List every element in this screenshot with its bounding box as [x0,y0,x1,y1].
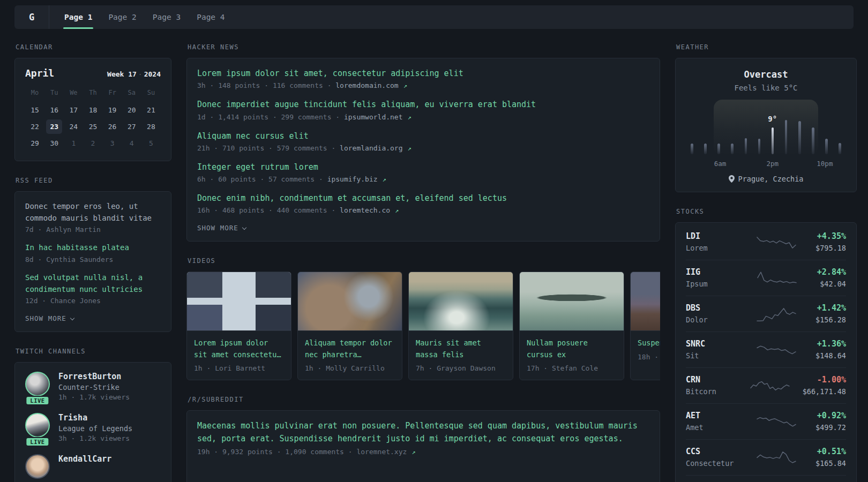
calendar-header: April Week 17·2024 [25,67,161,79]
channel-info: TrishaLeague of Legends3h · 1.2k viewers [58,413,132,442]
stock-id: IIGIpsum [686,267,737,288]
stock-id: DBSDolor [686,303,737,324]
external-link-icon: ↗ [404,145,411,152]
calendar-day[interactable]: 3 [103,135,122,152]
post-title[interactable]: Maecenas mollis pulvinar erat non posuer… [197,420,649,445]
stock-row[interactable]: IIGIpsum+2.84%$42.04 [686,260,846,296]
video-thumbnail [409,272,513,331]
video-meta: 17h · Stefan Cole [527,364,617,372]
tab-page-1[interactable]: Page 1 [57,5,100,29]
calendar-day-number: 3 [104,136,121,150]
app-logo[interactable]: G [14,5,49,29]
calendar-day[interactable]: 29 [25,135,44,152]
calendar-day[interactable]: 27 [122,118,141,135]
calendar-day-selected[interactable]: 23 [44,118,64,135]
video-card-body: Mauris sit amet massa felis7h · Grayson … [409,331,513,380]
chevron-down-icon [70,316,74,320]
feed-item-title[interactable]: Donec enim nibh, condimentum et accumsan… [197,192,649,205]
show-more-button[interactable]: SHOW MORE [197,224,649,232]
weather-widget: WEATHER Overcast Feels like 5°C 9° 6am2p… [675,43,857,192]
stock-row[interactable]: SNRCSit+1.36%$148.64 [686,332,846,367]
calendar-day[interactable]: 17 [64,102,83,118]
stock-sparkline [757,448,796,467]
feed-item-meta: 21h · 710 points · 579 comments · loreml… [197,144,649,152]
calendar-day[interactable]: 1 [64,135,83,152]
tab-page-3[interactable]: Page 3 [145,5,188,29]
feed-item-title[interactable]: In hac habitasse platea [25,242,161,254]
stock-row[interactable]: AHS+0.46% [686,475,846,482]
show-more-label: SHOW MORE [197,224,238,232]
video-card[interactable]: Nullam posuere cursus ex17h · Stefan Col… [519,272,624,380]
post-domain[interactable]: loremnet.xyz [356,448,407,456]
calendar-day[interactable]: 5 [141,135,161,152]
calendar-day[interactable]: 28 [141,118,161,135]
tab-page-2[interactable]: Page 2 [101,5,144,29]
map-pin-icon [729,175,735,183]
weather-bar [785,120,788,154]
video-card-body: Suspendisse diam18h · Tara [631,331,660,368]
feed-item-title[interactable]: Aliquam nec cursus elit [197,130,649,142]
video-title[interactable]: Lorem ipsum dolor sit amet consectetu… [194,337,284,360]
weather-hour-label: 6am [714,160,727,168]
video-card[interactable]: Mauris sit amet massa felis7h · Grayson … [408,272,513,380]
calendar-day[interactable]: 25 [83,118,102,135]
calendar-day[interactable]: 24 [64,118,83,135]
video-card[interactable]: Suspendisse diam18h · Tara [630,272,660,380]
tab-page-4[interactable]: Page 4 [189,5,232,29]
video-title[interactable]: Mauris sit amet massa felis [416,337,506,360]
stock-change: +4.35% [815,231,846,241]
calendar-day-number: 4 [124,136,140,150]
calendar-day[interactable]: 26 [103,118,122,135]
feed-item-title[interactable]: Lorem ipsum dolor sit amet, consectetur … [197,67,649,80]
stock-row[interactable]: LDILorem+4.35%$795.18 [686,224,846,260]
calendar-day[interactable]: 20 [122,102,141,118]
feed-item-meta-text: 21h · 710 points · 579 comments · [197,144,340,152]
calendar-day[interactable]: 15 [25,102,44,118]
feed-item-title[interactable]: Donec imperdiet augue tincidunt felis al… [197,99,649,111]
calendar-day[interactable]: 16 [44,102,64,118]
calendar-day[interactable]: 22 [25,118,44,135]
stock-sparkline [757,232,796,252]
video-title[interactable]: Suspendisse diam [638,337,660,349]
calendar-day[interactable]: 30 [44,135,64,152]
video-card[interactable]: Aliquam tempor dolor nec pharetra…1h · M… [297,272,402,380]
calendar-day[interactable]: 2 [83,135,102,152]
calendar-day[interactable]: 18 [83,102,102,118]
stock-row[interactable]: AETAmet+0.92%$499.72 [686,403,846,439]
video-card[interactable]: Lorem ipsum dolor sit amet consectetu…1h… [186,272,291,380]
show-more-button[interactable]: SHOW MORE [25,314,161,322]
feed-item-domain[interactable]: loremtech.co [340,206,390,214]
video-title[interactable]: Nullam posuere cursus ex [527,337,617,360]
twitch-channel-row[interactable]: LIVEForrestBurtonCounter-Strike1h · 1.7k… [25,372,161,401]
feed-item-meta: 12d · Chance Jones [25,297,161,305]
dashboard-page: G Page 1Page 2Page 3Page 4 CALENDAR Apri… [0,0,868,482]
feed-item-domain[interactable]: ipsumworld.net [344,113,403,121]
stock-sparkline [750,376,790,395]
feed-item-title[interactable]: Donec tempor eros leo, ut commodo mauris… [25,201,161,224]
stock-price: $42.04 [817,280,846,288]
feed-item-meta: 6h · 60 points · 57 comments · ipsumify.… [197,175,649,183]
stock-symbol: CCS [686,447,737,456]
calendar-day[interactable]: 19 [103,102,122,118]
video-title[interactable]: Aliquam tempor dolor nec pharetra… [305,337,395,360]
feed-item-meta: 1d · 1,414 points · 299 comments · ipsum… [197,113,649,121]
feed-item-domain[interactable]: loremdomain.com [335,81,398,89]
external-link-icon: ↗ [400,82,407,89]
feed-item-domain[interactable]: ipsumify.biz [327,175,378,183]
feed-item-title[interactable]: Sed volutpat nulla nisl, a condimentum n… [25,272,161,295]
calendar-day[interactable]: 4 [122,135,141,152]
stock-row[interactable]: DBSDolor+1.42%$156.28 [686,296,846,332]
twitch-channel-row[interactable]: KendallCarr [25,454,161,479]
live-badge: LIVE [25,396,49,405]
chevron-down-icon [242,225,246,230]
calendar-day[interactable]: 21 [141,102,161,118]
feed-item-domain[interactable]: loremlandia.org [340,144,402,152]
feed-item-meta-text: 16h · 468 points · 440 comments · [197,206,340,214]
feed-item: Integer eget rutrum lorem6h · 60 points … [197,161,649,183]
feed-item: Lorem ipsum dolor sit amet, consectetur … [197,67,649,89]
stock-row[interactable]: CCSConsectetur+0.51%$165.84 [686,439,846,475]
twitch-channel-row[interactable]: LIVETrishaLeague of Legends3h · 1.2k vie… [25,413,161,442]
stock-row[interactable]: CRNBitcorn-1.00%$66,171.48 [686,367,846,403]
feed-item: Donec imperdiet augue tincidunt felis al… [197,99,649,120]
feed-item-title[interactable]: Integer eget rutrum lorem [197,161,649,174]
